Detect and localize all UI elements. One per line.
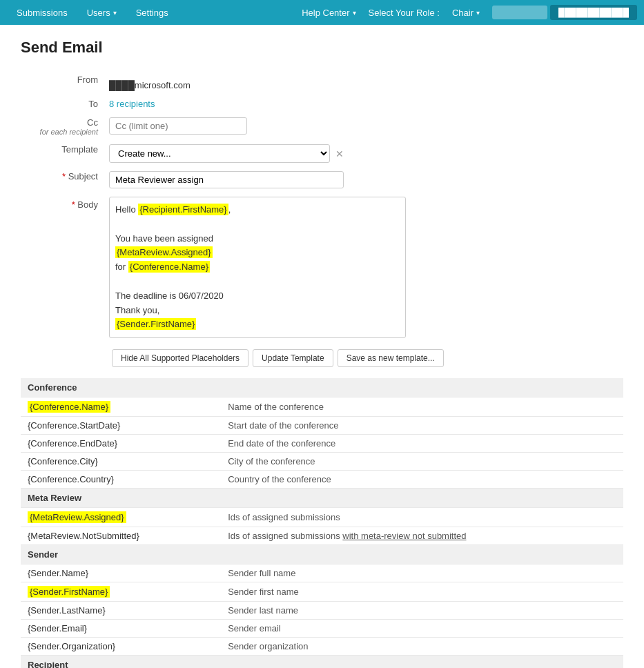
placeholder-row: {Conference.StartDate}Start date of the … [21,417,623,435]
body-metareview-assigned: {MetaReview.Assigned} [115,246,213,258]
placeholder-section-header: Conference [21,378,623,397]
placeholder-row: {Conference.Country}Country of the confe… [21,471,623,489]
placeholders-table: Conference{Conference.Name}Name of the c… [21,378,623,668]
placeholder-tag-highlighted: {MetaReview.Assigned} [28,511,126,523]
placeholder-row: {Sender.Name}Sender full name [21,564,623,582]
body-row: * Body Hello {Recipient.FirstName}, You … [21,193,623,342]
navbar-center: Help Center ▾ Select Your Role : Chair ▾… [292,0,637,25]
section-name-label: Meta Review [21,489,623,508]
body-label: * Body [21,193,104,342]
placeholder-row: {Sender.FirstName}Sender first name [21,582,623,602]
cc-row: Cc for each recipient [21,113,623,140]
page-container: Send Email From ████microsoft.com To 8 r… [0,25,644,668]
body-sender-firstname: {Sender.FirstName} [115,318,196,330]
placeholder-tag-text: {Sender.Organization} [28,641,115,651]
nav-role[interactable]: Chair ▾ [442,0,489,25]
section-name-label: Conference [21,378,623,397]
subject-input[interactable] [109,171,344,188]
placeholder-tag: {Conference.StartDate} [21,417,221,435]
body-editor[interactable]: Hello {Recipient.FirstName}, You have be… [109,197,406,338]
placeholder-section-header: Sender [21,545,623,564]
placeholder-tag: {Conference.City} [21,453,221,471]
placeholder-tag-text: {Sender.Name} [28,568,88,578]
subject-label: * Subject [21,167,104,193]
placeholder-description: Name of the conference [221,397,623,417]
template-select[interactable]: Create new... [109,144,330,163]
placeholder-row: {Sender.Organization}Sender organization [21,638,623,656]
nav-help-center[interactable]: Help Center ▾ [292,0,365,25]
placeholder-tag: {MetaReview.Assigned} [21,508,221,527]
user-menu-button[interactable]: ████████████ [550,5,637,20]
placeholder-section-header: Recipient [21,656,623,668]
role-caret-icon: ▾ [476,9,480,17]
placeholder-tag: {Conference.Name} [21,397,221,417]
placeholder-tag-text: {Conference.Country} [28,474,114,484]
body-conference-name: {Conference.Name} [128,261,210,273]
placeholder-tag: {Conference.Country} [21,471,221,489]
navbar: Submissions Users ▾ Settings Help Center… [0,0,644,25]
nav-submissions[interactable]: Submissions [7,0,77,25]
placeholder-tag-text: {Sender.Email} [28,623,87,633]
cc-input[interactable] [109,117,247,135]
nav-users[interactable]: Users ▾ [77,0,126,25]
placeholder-row: {MetaReview.Assigned}Ids of assigned sub… [21,508,623,527]
users-caret-icon: ▾ [113,9,117,17]
subject-row: * Subject [21,167,623,193]
placeholder-tag: {Sender.Email} [21,620,221,638]
to-value-cell: 8 recipients [104,95,623,113]
placeholder-row: {Conference.City}City of the conference [21,453,623,471]
template-value-cell: Create new... ✕ [104,140,623,167]
placeholder-row: {Conference.EndDate}End date of the conf… [21,435,623,453]
placeholder-description: Country of the conference [221,471,623,489]
placeholder-tag-text: {Sender.LastName} [28,605,106,616]
select-role-label: Select Your Role : [369,8,440,18]
placeholder-tag: {Sender.Name} [21,564,221,582]
user-avatar-bar [492,6,547,19]
from-email: ████microsoft.com [109,75,191,90]
placeholder-row: {Sender.Email}Sender email [21,620,623,638]
body-assigned-text: You have been assigned [115,233,213,244]
to-row: To 8 recipients [21,95,623,113]
nav-settings[interactable]: Settings [126,0,178,25]
body-deadline: The deadline is 06/07/2020 [115,291,224,301]
action-buttons: Hide All Supported Placeholders Update T… [112,349,623,367]
cc-value-cell [104,113,623,140]
placeholder-tag-text: {Conference.EndDate} [28,438,117,449]
save-template-button[interactable]: Save as new template... [338,349,444,367]
template-clear-button[interactable]: ✕ [333,147,347,161]
body-value-cell: Hello {Recipient.FirstName}, You have be… [104,193,623,342]
template-controls: Create new... ✕ [109,144,618,163]
update-template-button[interactable]: Update Template [253,349,333,367]
ph-desc-underline: with meta-review not submitted [342,531,466,541]
placeholder-tag-text: {MetaReview.NotSubmitted} [28,531,139,541]
from-value-cell: ████microsoft.com [104,70,623,95]
body-recipient-firstname: {Recipient.FirstName} [138,204,228,215]
body-hello: Hello [115,204,138,215]
placeholder-tag-text: {Conference.StartDate} [28,420,120,431]
send-email-form: From ████microsoft.com To 8 recipients C… [21,70,623,342]
placeholder-description: City of the conference [221,453,623,471]
body-for-text: for [115,262,128,272]
section-name-label: Sender [21,545,623,564]
help-caret-icon: ▾ [353,9,356,17]
placeholder-tag-highlighted: {Sender.FirstName} [28,586,110,598]
placeholder-row: {MetaReview.NotSubmitted}Ids of assigned… [21,527,623,545]
placeholder-tag: {Conference.EndDate} [21,435,221,453]
recipients-link[interactable]: 8 recipients [109,99,155,109]
to-label: To [21,95,104,113]
placeholder-description: Ids of assigned submissions [221,508,623,527]
placeholder-tag-text: {Conference.City} [28,456,98,466]
placeholder-section-header: Meta Review [21,489,623,508]
placeholder-description: Start date of the conference [221,417,623,435]
from-label: From [21,70,104,95]
hide-placeholders-button[interactable]: Hide All Supported Placeholders [112,349,248,367]
placeholder-tag-highlighted: {Conference.Name} [28,401,110,413]
placeholder-description: Sender organization [221,638,623,656]
body-thankyou: Thank you, [115,305,159,315]
placeholder-description: Sender email [221,620,623,638]
placeholder-description: End date of the conference [221,435,623,453]
placeholder-tag: {Sender.Organization} [21,638,221,656]
placeholder-description: Ids of assigned submissions with meta-re… [221,527,623,545]
placeholder-tag: {MetaReview.NotSubmitted} [21,527,221,545]
placeholder-tag: {Sender.FirstName} [21,582,221,602]
